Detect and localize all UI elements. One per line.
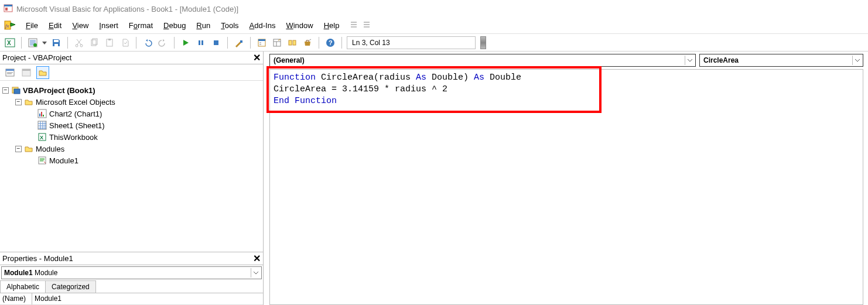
expander-icon[interactable]: −: [2, 87, 9, 94]
tree-workbook[interactable]: X ThisWorkbook: [2, 131, 261, 143]
tab-alphabetic[interactable]: Alphabetic: [0, 280, 46, 293]
save-icon[interactable]: [50, 36, 63, 49]
tree-chart[interactable]: Chart2 (Chart1): [2, 108, 261, 119]
find-icon[interactable]: [118, 36, 131, 49]
menu-run[interactable]: Run: [192, 19, 215, 32]
project-tree[interactable]: − VBAProject (Book1) − Microsoft Excel O…: [0, 81, 263, 252]
app-icon: [4, 4, 13, 15]
folder-icon: [24, 97, 33, 107]
properties-window-icon[interactable]: [271, 36, 283, 49]
indent-left-icon[interactable]: [350, 20, 358, 30]
code-line: End Function: [274, 95, 859, 107]
object-combo[interactable]: (General): [269, 54, 696, 67]
tree-sheet-label: Sheet1 (Sheet1): [49, 121, 105, 130]
properties-pane-close-button[interactable]: ✕: [251, 253, 262, 263]
title-bar: Microsoft Visual Basic for Applications …: [0, 0, 868, 18]
workbook-icon: X: [37, 132, 47, 142]
tree-module1[interactable]: Module1: [2, 155, 261, 166]
help-icon[interactable]: ?: [324, 36, 337, 49]
expander-icon[interactable]: −: [15, 99, 22, 105]
expander-icon[interactable]: −: [15, 146, 22, 152]
insert-module-icon[interactable]: [26, 36, 39, 49]
svg-rect-25: [293, 40, 296, 45]
tree-modules[interactable]: − Modules: [2, 143, 261, 155]
menu-window[interactable]: Window: [281, 19, 317, 32]
properties-object-combo[interactable]: Module1 Module: [1, 266, 262, 279]
code-editor[interactable]: Function CircleArea(radius As Double) As…: [269, 69, 863, 305]
window-title: Microsoft Visual Basic for Applications …: [16, 5, 238, 13]
svg-rect-37: [43, 115, 44, 116]
design-mode-icon[interactable]: [233, 36, 245, 49]
run-icon[interactable]: [179, 36, 192, 49]
menu-edit[interactable]: Edit: [44, 19, 66, 32]
chevron-down-icon[interactable]: [251, 268, 260, 277]
chevron-down-icon[interactable]: [685, 56, 694, 65]
toggle-folders-icon[interactable]: [36, 66, 49, 79]
undo-icon[interactable]: [141, 36, 154, 49]
svg-text:?: ?: [329, 39, 333, 46]
properties-grid: (Name) Module1: [0, 293, 263, 305]
svg-rect-16: [108, 39, 111, 40]
svg-text:fx: fx: [5, 23, 9, 29]
indent-right-icon[interactable]: [363, 20, 371, 30]
svg-rect-19: [214, 40, 218, 45]
property-name: (Name): [0, 293, 32, 304]
copy-icon[interactable]: [88, 36, 101, 49]
paste-icon[interactable]: [103, 36, 116, 49]
svg-rect-2: [5, 8, 8, 11]
chart-icon: [37, 109, 47, 118]
toolbox-icon[interactable]: [301, 36, 314, 49]
object-combo-value: (General): [274, 56, 305, 64]
procedure-combo-value: CircleArea: [703, 56, 739, 64]
module-icon: [37, 156, 47, 165]
redo-icon[interactable]: [156, 36, 169, 49]
menu-debug[interactable]: Debug: [159, 19, 190, 32]
procedure-combo[interactable]: CircleArea: [699, 54, 863, 67]
project-explorer-icon[interactable]: [255, 36, 268, 49]
reset-icon[interactable]: [210, 36, 223, 49]
properties-pane-title-text: Properties - Module1: [2, 254, 73, 263]
menu-format[interactable]: Format: [124, 19, 158, 32]
tree-sheet[interactable]: Sheet1 (Sheet1): [2, 119, 261, 131]
code-line: CircleArea = 3.14159 * radius ^ 2: [274, 84, 859, 95]
sheet-icon: [37, 121, 47, 130]
property-value[interactable]: Module1: [32, 293, 263, 304]
tab-categorized[interactable]: Categorized: [45, 280, 96, 293]
tree-excel-objects[interactable]: − Microsoft Excel Objects: [2, 96, 261, 108]
toolbar-grip[interactable]: [480, 36, 486, 49]
menu-tools[interactable]: Tools: [216, 19, 243, 32]
tree-root[interactable]: − VBAProject (Book1): [2, 84, 261, 96]
svg-rect-1: [4, 5, 12, 6]
menu-file[interactable]: File: [21, 19, 43, 32]
code-window: (General) CircleArea Function CircleArea…: [264, 52, 868, 305]
menu-bar: fx File Edit View Insert Format Debug Ru…: [0, 18, 868, 34]
property-row[interactable]: (Name) Module1: [0, 293, 263, 305]
menu-addins[interactable]: Add-Ins: [245, 19, 281, 32]
prop-combo-type: Module: [35, 269, 57, 277]
menu-insert[interactable]: Insert: [94, 19, 123, 32]
view-code-icon[interactable]: [4, 66, 16, 79]
menu-help[interactable]: Help: [319, 19, 344, 32]
svg-rect-35: [39, 114, 40, 116]
tree-excel-objects-label: Microsoft Excel Objects: [36, 98, 115, 107]
chevron-down-icon[interactable]: [852, 56, 862, 65]
prop-combo-name: Module1: [4, 269, 33, 277]
view-excel-icon[interactable]: X: [4, 36, 16, 49]
view-object-icon[interactable]: [20, 66, 33, 79]
break-icon[interactable]: [194, 36, 207, 49]
svg-text:X: X: [40, 135, 43, 140]
svg-rect-17: [199, 40, 200, 45]
svg-rect-23: [274, 39, 281, 46]
folder-icon: [24, 144, 33, 153]
project-pane-close-button[interactable]: ✕: [251, 52, 262, 63]
svg-point-8: [33, 43, 37, 47]
cut-icon[interactable]: [73, 36, 86, 49]
properties-tabs: Alphabetic Categorized: [0, 280, 263, 293]
insert-dropdown-icon[interactable]: [42, 40, 47, 45]
object-browser-icon[interactable]: [286, 36, 299, 49]
svg-rect-29: [6, 69, 14, 71]
svg-text:X: X: [7, 40, 11, 46]
svg-rect-24: [289, 40, 292, 45]
svg-rect-33: [14, 89, 20, 94]
menu-view[interactable]: View: [67, 19, 93, 32]
